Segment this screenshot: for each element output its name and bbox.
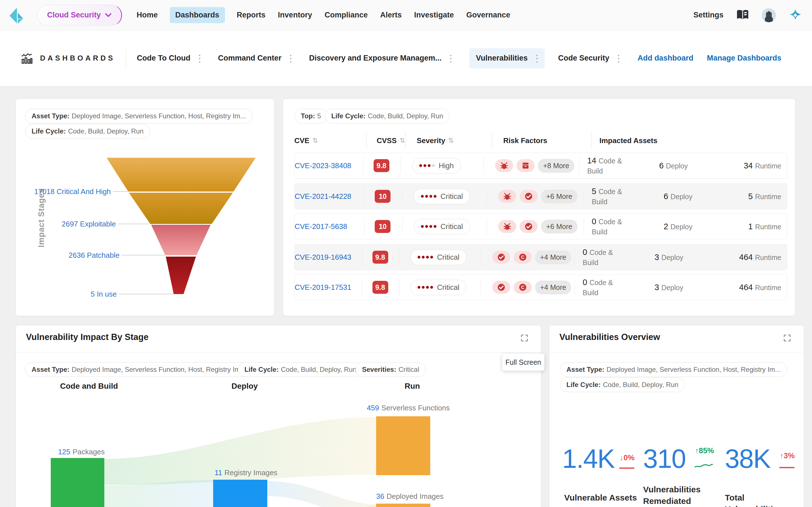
risk-more-chip[interactable]: +6 More — [541, 189, 577, 203]
cvss-badge: 10 — [375, 220, 391, 233]
nav-item-governance[interactable]: Governance — [466, 7, 511, 23]
risk-more-chip[interactable]: +4 More — [535, 281, 571, 294]
tab-code-security[interactable]: Code Security ⋮ — [558, 53, 624, 64]
settings-link[interactable]: Settings — [693, 11, 723, 19]
chevron-down-icon — [105, 13, 112, 17]
nav-item-compliance[interactable]: Compliance — [324, 7, 368, 23]
dashboards-label: DASHBOARDS — [40, 54, 115, 62]
tab-command-center[interactable]: Command Center ⋮ — [218, 53, 296, 64]
impact-funnel-chart — [16, 99, 274, 316]
filter-chip-life-cycle[interactable]: Life Cycle: Code, Build, Deploy, Run — [238, 362, 363, 377]
sort-icon[interactable]: ⇅ — [400, 136, 405, 145]
check-icon — [492, 281, 510, 294]
fullscreen-tooltip: Full Screen — [502, 354, 545, 371]
bug-icon — [498, 220, 516, 233]
kpi-delta: ↑3% — [780, 452, 795, 460]
product-switcher[interactable]: Cloud Security — [37, 5, 122, 25]
dashboards-title: DASHBOARDS — [21, 52, 115, 64]
bug-icon — [495, 159, 513, 172]
filter-chip-asset-type[interactable]: Asset Type: Deployed Image, Serverless F… — [560, 362, 787, 377]
nav-item-home[interactable]: Home — [136, 7, 158, 23]
cve-table-row[interactable]: CVE-2023-38408 9.8 High — [294, 153, 787, 179]
top-navigation: Cloud Security Home Dashboards Reports I… — [0, 0, 812, 31]
funnel-segment-patchable — [151, 225, 211, 255]
column-header-severity[interactable]: Severity⇅ — [405, 132, 492, 149]
nav-item-inventory[interactable]: Inventory — [277, 7, 313, 23]
cve-link[interactable]: CVE-2019-17531 — [295, 283, 351, 292]
cve-link[interactable]: CVE-2021-44228 — [295, 192, 351, 201]
filter-chip-asset-type[interactable]: Asset Type: Deployed Image, Serverless F… — [25, 362, 252, 377]
cve-link[interactable]: CVE-2017-5638 — [295, 222, 347, 231]
cve-table-row[interactable]: CVE-2017-5638 10 Critical — [294, 214, 787, 239]
impacted-assets-cell: 0Code & Build 3Deploy 464Runtime — [575, 275, 787, 300]
cve-link[interactable]: CVE-2019-16943 — [295, 253, 351, 262]
divider — [16, 352, 541, 353]
main-nav: Home Dashboards Reports Inventory Compli… — [136, 7, 511, 23]
topnav-right: Settings — [693, 8, 802, 22]
risk-more-chip[interactable]: +8 More — [538, 159, 574, 173]
stage-column-deploy: Deploy — [232, 382, 258, 391]
tab-code-to-cloud[interactable]: Code To Cloud ⋮ — [137, 53, 204, 64]
cve-table-row[interactable]: CVE-2021-44228 10 Critical — [294, 183, 787, 209]
fullscreen-expand-icon[interactable] — [783, 334, 792, 343]
cvss-badge: 9.8 — [372, 281, 388, 294]
nav-item-reports[interactable]: Reports — [236, 7, 266, 23]
tab-menu-icon[interactable]: ⋮ — [446, 53, 456, 64]
filter-chip-life-cycle[interactable]: Life Cycle: Code, Build, Deploy, Run — [560, 378, 685, 392]
sankey-node-registry-images — [213, 480, 267, 507]
dashboard-tabs: Code To Cloud ⋮ Command Center ⋮ Discove… — [137, 48, 623, 68]
nav-item-dashboards[interactable]: Dashboards — [170, 7, 225, 23]
c-icon: C — [514, 251, 532, 264]
sort-icon[interactable]: ⇅ — [312, 136, 318, 145]
kpi-label-vulnerabilities-remediated: Vulnerabilities Remediated — [643, 484, 711, 507]
kpi-label-total-vulnerabilities: Total Vulnerabilities — [725, 492, 804, 507]
cve-table-row[interactable]: CVE-2019-16943 9.8 Critical — [294, 244, 787, 270]
filter-chip-severities[interactable]: Severities: Critical — [356, 362, 426, 377]
kpi-total-vulnerabilities-value: 38K — [725, 444, 770, 474]
impacted-assets-cell: 0Code & Build 2Deploy 1Runtime — [584, 214, 787, 239]
vulnerabilities-overview-panel: Vulnerabilities Overview Asset Type: Dep… — [549, 325, 804, 507]
product-switcher-label: Cloud Security — [47, 11, 101, 19]
filter-chip-top[interactable]: Top: 5 — [294, 109, 327, 123]
funnel-segment-critical-and-high — [107, 158, 256, 191]
top-cves-panel: Top: 5 Life Cycle: Code, Build, Deploy, … — [283, 99, 795, 316]
column-header-cve[interactable]: CVE⇅ — [294, 132, 366, 149]
nav-item-investigate[interactable]: Investigate — [414, 7, 455, 23]
kpi-sparkline — [695, 462, 713, 469]
tab-menu-icon[interactable]: ⋮ — [195, 53, 204, 64]
funnel-segment-in-use — [166, 257, 196, 294]
manage-dashboards-link[interactable]: Manage Dashboards — [707, 54, 781, 62]
fullscreen-expand-icon[interactable] — [520, 334, 529, 343]
check-icon — [492, 251, 510, 264]
funnel-label-exploitable: 2697 Exploitable — [62, 220, 116, 228]
risk-more-chip[interactable]: +4 More — [535, 250, 571, 264]
severity-pill: High — [412, 158, 461, 173]
filter-chip-life-cycle[interactable]: Life Cycle: Code, Build, Deploy, Run — [325, 109, 450, 123]
kpi-vulnerabilities-remediated-value: 310 — [643, 444, 686, 474]
prisma-cloud-logo-icon[interactable] — [8, 6, 24, 24]
add-dashboard-link[interactable]: Add dashboard — [638, 54, 693, 62]
severity-pill: Critical — [410, 280, 466, 295]
sankey-label-deployed-images: 36Deployed Images — [376, 492, 444, 501]
sort-icon[interactable]: ⇅ — [448, 136, 454, 145]
cve-link[interactable]: CVE-2023-38408 — [295, 161, 351, 170]
divider — [126, 49, 126, 67]
nav-item-alerts[interactable]: Alerts — [379, 7, 402, 23]
column-header-cvss[interactable]: CVSS⇅ — [366, 132, 405, 149]
documentation-book-icon[interactable] — [737, 10, 749, 21]
risk-more-chip[interactable]: +6 More — [541, 220, 577, 233]
funnel-connector-line — [113, 191, 128, 192]
sankey-node-deployed-images — [376, 504, 430, 507]
funnel-label-critical-and-high: 17018 Critical And High — [34, 187, 111, 196]
sankey-node-packages — [51, 458, 104, 507]
tab-menu-icon[interactable]: ⋮ — [286, 53, 296, 64]
sankey-label-registry-images: 11Registry Images — [214, 468, 277, 477]
user-avatar[interactable] — [762, 8, 776, 22]
tab-vulnerabilities[interactable]: Vulnerabilities ⋮ — [469, 48, 545, 68]
tab-menu-icon[interactable]: ⋮ — [532, 53, 542, 64]
copilot-star-icon[interactable] — [789, 9, 802, 22]
tab-discovery-exposure[interactable]: Discovery and Exposure Managem... ⋮ — [309, 53, 456, 64]
tab-menu-icon[interactable]: ⋮ — [614, 53, 623, 64]
cve-table-row[interactable]: CVE-2019-17531 9.8 Critical — [294, 274, 787, 300]
divider — [549, 352, 804, 353]
